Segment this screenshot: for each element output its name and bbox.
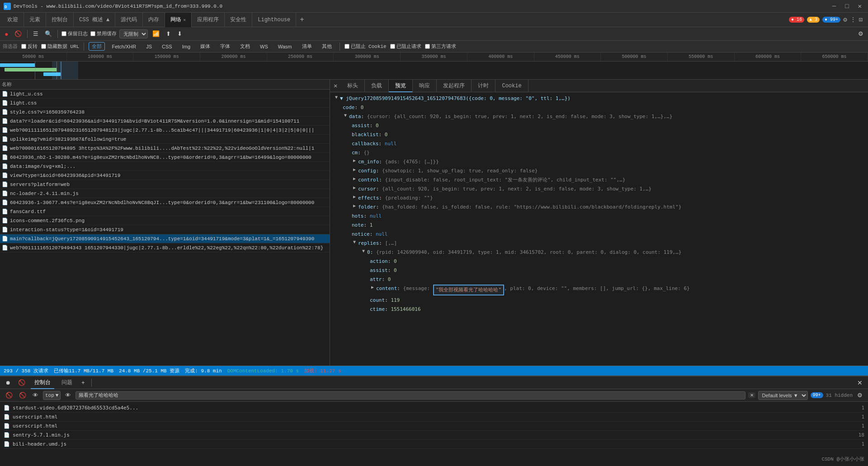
json-cm-info[interactable]: ▶ cm_info : {ads: {4765: […]}} bbox=[334, 157, 864, 166]
record-button[interactable]: ● bbox=[3, 29, 10, 38]
third-party-label[interactable]: 第三方请求 bbox=[425, 43, 456, 50]
console-filter-input[interactable] bbox=[75, 391, 745, 399]
toggle-control[interactable]: ▶ bbox=[352, 176, 357, 181]
req-row-fanscard[interactable]: 📄 fansCard.ttf bbox=[0, 207, 330, 216]
export-har-button[interactable]: ⬇ bbox=[175, 29, 184, 38]
console-clear-btn[interactable]: 🚫 bbox=[17, 391, 28, 399]
json-data-root[interactable]: ▼ data : {cursor: {all_count: 920, is_be… bbox=[334, 112, 864, 121]
tab-cookie[interactable]: Cookie bbox=[495, 80, 528, 92]
tab-console[interactable]: 控制台 bbox=[46, 13, 74, 27]
filter-toggle[interactable]: ☰ bbox=[31, 29, 40, 38]
console-row-0[interactable]: 📄 stardust-video.6d92872376bd65533cd5a4e… bbox=[4, 404, 864, 413]
toggle-content[interactable]: ▶ bbox=[370, 285, 375, 290]
preserve-log-label[interactable]: 保留日志 bbox=[61, 30, 88, 37]
req-row-web3[interactable]: 📄 web?00111116512079494343 1651207944330… bbox=[0, 243, 330, 252]
tab-network-close[interactable]: ✕ bbox=[183, 17, 186, 23]
filter-js[interactable]: JS bbox=[143, 43, 155, 50]
json-replies-0[interactable]: ▼ 0 : {rpid: 1426909940, oid: 34491719, … bbox=[334, 248, 864, 257]
preserve-log-checkbox[interactable] bbox=[61, 31, 66, 36]
tab-welcome[interactable]: 欢迎 bbox=[2, 13, 24, 27]
hide-data-url-label[interactable]: 隐藏数据 URL bbox=[41, 43, 79, 50]
console-tab-console[interactable]: 控制台 bbox=[31, 376, 54, 389]
toggle-root[interactable]: ▼ bbox=[334, 95, 339, 100]
req-row-icons[interactable]: 📄 icons-comment.2f36fc5.png bbox=[0, 216, 330, 225]
req-row-m4s1[interactable]: 📄 60423936_nb2-1-30280.m4s?e=ig8euxZM2rN… bbox=[0, 153, 330, 162]
add-tab-button[interactable]: + bbox=[296, 16, 308, 24]
tab-elements[interactable]: 元素 bbox=[24, 13, 46, 27]
json-cursor[interactable]: ▶ cursor : {all_count: 920, is_begin: tr… bbox=[334, 185, 864, 194]
network-conditions-icon[interactable]: 📶 bbox=[151, 29, 161, 38]
console-record-button[interactable]: ⏺ bbox=[4, 379, 13, 387]
tab-lighthouse[interactable]: Lighthouse bbox=[252, 13, 296, 27]
json-content[interactable]: ▶ content : {message: "我全部视频看光了哈哈哈哈" , p… bbox=[334, 284, 864, 296]
console-row-2[interactable]: 📄 userscript.html 1 bbox=[4, 422, 864, 431]
reverse-filter-label[interactable]: 反转 bbox=[21, 43, 38, 50]
detach-icon[interactable]: ⊡ bbox=[859, 16, 863, 24]
console-add-tab[interactable]: + bbox=[80, 378, 87, 387]
minimize-button[interactable]: ─ bbox=[830, 3, 839, 10]
hide-data-url-checkbox[interactable] bbox=[41, 44, 46, 49]
toggle-cursor[interactable]: ▶ bbox=[352, 185, 357, 190]
json-folder[interactable]: ▶ folder : {has_folded: false, is_folded… bbox=[334, 203, 864, 212]
toggle-replies-0[interactable]: ▼ bbox=[361, 248, 366, 254]
blocked-requests-checkbox[interactable] bbox=[390, 44, 395, 49]
tab-timing[interactable]: 计时 bbox=[472, 80, 495, 92]
console-tab-issues[interactable]: 问题 bbox=[58, 376, 76, 389]
network-settings-icon[interactable]: ⚙ bbox=[856, 29, 865, 38]
more-icon[interactable]: ⋮ bbox=[850, 16, 856, 24]
filter-font[interactable]: 字体 bbox=[217, 42, 233, 51]
console-clear-filter[interactable]: ✕ bbox=[748, 392, 755, 398]
blocked-cookies-label[interactable]: 已阻止 Cookie bbox=[344, 43, 387, 50]
disable-cache-label[interactable]: 禁用缓存 bbox=[90, 30, 117, 37]
req-row-view[interactable]: 📄 view?type=1&oid=60423936&pid=34491719 bbox=[0, 171, 330, 180]
blocked-cookies-checkbox[interactable] bbox=[344, 44, 349, 49]
tab-sources[interactable]: 源代码 bbox=[115, 13, 143, 27]
filter-manifest[interactable]: 清单 bbox=[299, 42, 315, 51]
console-settings-icon[interactable]: ⚙ bbox=[855, 391, 864, 399]
filter-other[interactable]: 其他 bbox=[319, 42, 335, 51]
req-row-light-u-css[interactable]: 📄 light_u.css bbox=[0, 90, 330, 99]
tab-security[interactable]: 安全性 bbox=[225, 13, 252, 27]
req-row-servers[interactable]: 📄 servers?platform=web bbox=[0, 180, 330, 189]
req-row-style-css[interactable]: 📄 style.css?v=1650359764238 bbox=[0, 108, 330, 117]
json-control[interactable]: ▶ control : {input_disable: false, root_… bbox=[334, 176, 864, 185]
close-button[interactable]: ✕ bbox=[855, 2, 864, 10]
req-row-main-callback[interactable]: 📄 main?callback=jQuery172085909149154526… bbox=[0, 234, 330, 243]
console-context-selector[interactable]: top ▼ bbox=[43, 391, 61, 400]
tab-response[interactable]: 响应 bbox=[413, 80, 437, 92]
network-timeline[interactable]: 50000 ms 100000 ms 150000 ms 200000 ms 2… bbox=[0, 52, 868, 80]
console-row-4[interactable]: 📄 bili-header.umd.js 1 bbox=[4, 440, 864, 449]
throttle-select[interactable]: 无限制 bbox=[119, 29, 148, 38]
close-panel-button[interactable]: ✕ bbox=[330, 80, 341, 92]
req-row-m4s2[interactable]: 📄 60423936-1-30677.m4s?e=ig8euxZM2rNcNbd… bbox=[0, 198, 330, 207]
req-row-interaction[interactable]: 📄 interaction-status?type=1&oid=34491719 bbox=[0, 225, 330, 234]
tab-application[interactable]: 应用程序 bbox=[192, 13, 225, 27]
json-root[interactable]: ▼ ▼ jQuery17208590914915452643_165120794… bbox=[334, 94, 864, 103]
filter-css[interactable]: CSS bbox=[159, 43, 175, 50]
tab-memory[interactable]: 内存 bbox=[143, 13, 165, 27]
filter-wasm[interactable]: Wasm bbox=[275, 43, 295, 50]
console-show-live-icon[interactable]: 👁 bbox=[63, 391, 73, 399]
filter-media[interactable]: 媒体 bbox=[197, 42, 213, 51]
console-close-button[interactable]: ✕ bbox=[855, 378, 864, 387]
requests-list[interactable]: 📄 light_u.css 📄 light.css 📄 style.css?v=… bbox=[0, 90, 330, 366]
req-row-data[interactable]: 📄 data?r=loader&cid=60423936&aid=3449171… bbox=[0, 117, 330, 126]
toggle-replies[interactable]: ▼ bbox=[352, 239, 357, 245]
toggle-effects[interactable]: ▶ bbox=[352, 194, 357, 200]
tab-preview[interactable]: 预览 bbox=[389, 80, 413, 92]
filter-ws[interactable]: WS bbox=[257, 43, 271, 50]
settings-icon[interactable]: ⚙ bbox=[843, 16, 847, 24]
tab-network[interactable]: 网络 ✕ bbox=[165, 13, 192, 27]
req-row-web2[interactable]: 📄 web?000016165120794895 3https%3A%2F%2F… bbox=[0, 144, 330, 153]
req-row-nc-loader[interactable]: 📄 nc-loader-2.4.11.min.js bbox=[0, 189, 330, 198]
filter-all[interactable]: 全部 bbox=[89, 42, 105, 51]
req-row-web1[interactable]: 📄 web?00111116512079489231651207948123|j… bbox=[0, 126, 330, 135]
console-error-icon[interactable]: 🚫 bbox=[4, 391, 14, 399]
req-row-light-css[interactable]: 📄 light.css bbox=[0, 99, 330, 108]
toggle-cm-info[interactable]: ▶ bbox=[352, 158, 357, 163]
req-row-svg[interactable]: 📄 data:image/svg+xml;... bbox=[0, 162, 330, 171]
tab-initiator[interactable]: 发起程序 bbox=[437, 80, 472, 92]
blocked-requests-label[interactable]: 已阻止请求 bbox=[390, 43, 421, 50]
json-effects[interactable]: ▶ effects : {preloading: ""} bbox=[334, 194, 864, 203]
disable-cache-checkbox[interactable] bbox=[90, 31, 95, 36]
